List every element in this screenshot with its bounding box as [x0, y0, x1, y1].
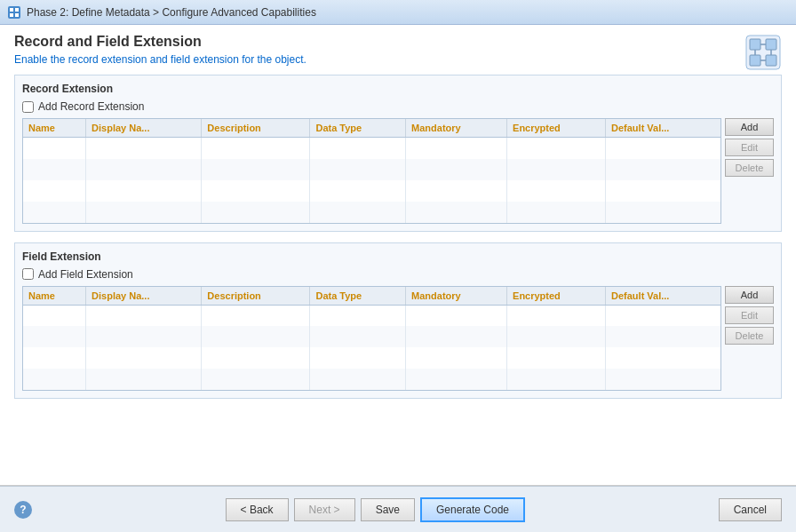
add-field-extension-row: Add Field Extension [22, 268, 774, 281]
add-record-extension-checkbox[interactable] [22, 101, 34, 113]
field-side-buttons: Add Edit Delete [725, 286, 774, 345]
field-extension-table: Name Display Na... Description Data Type… [23, 287, 720, 391]
record-col-datatype: Data Type [310, 119, 406, 138]
generate-code-button[interactable]: Generate Code [420, 497, 525, 522]
add-field-extension-label: Add Field Extension [38, 268, 133, 281]
field-extension-title: Field Extension [22, 250, 774, 263]
table-row [23, 202, 720, 223]
back-button[interactable]: < Back [226, 498, 289, 521]
header-area: Record and Field Extension Enable the re… [14, 34, 782, 66]
record-extension-title: Record Extension [22, 83, 774, 95]
record-add-button[interactable]: Add [725, 118, 774, 136]
svg-rect-7 [766, 39, 776, 50]
record-side-buttons: Add Edit Delete [725, 118, 774, 177]
record-table-wrapper: Name Display Na... Description Data Type… [22, 118, 721, 224]
svg-rect-1 [10, 8, 13, 12]
svg-rect-9 [766, 55, 776, 66]
svg-rect-4 [15, 13, 19, 17]
help-button[interactable]: ? [14, 501, 32, 519]
field-col-encrypted: Encrypted [507, 287, 606, 306]
field-col-name: Name [23, 287, 86, 306]
footer-left: ? [14, 501, 32, 519]
title-bar: Phase 2: Define Metadata > Configure Adv… [0, 0, 796, 25]
phase-icon [7, 5, 21, 20]
field-add-button[interactable]: Add [725, 286, 774, 304]
save-button[interactable]: Save [361, 498, 415, 521]
svg-rect-6 [750, 39, 760, 50]
table-row [23, 326, 720, 347]
record-col-default: Default Val... [606, 119, 720, 138]
svg-rect-8 [750, 55, 760, 66]
page-title: Record and Field Extension [14, 34, 782, 50]
record-delete-button[interactable]: Delete [725, 159, 774, 177]
field-table-header: Name Display Na... Description Data Type… [23, 287, 720, 306]
record-table-area: Name Display Na... Description Data Type… [22, 118, 774, 224]
header-icon-area [744, 34, 782, 74]
footer-right: Cancel [719, 498, 782, 521]
table-row [23, 305, 720, 326]
footer: ? < Back Next > Save Generate Code Cance… [0, 486, 796, 532]
svg-rect-2 [15, 8, 19, 12]
add-record-extension-label: Add Record Extension [38, 100, 144, 113]
record-col-desc: Description [202, 119, 310, 138]
table-row [23, 369, 720, 390]
table-row [23, 159, 720, 180]
field-table-wrapper: Name Display Na... Description Data Type… [22, 286, 721, 392]
main-content: Record and Field Extension Enable the re… [0, 25, 796, 486]
next-button[interactable]: Next > [294, 498, 355, 521]
record-extension-section: Record Extension Add Record Extension Na… [14, 75, 782, 232]
field-col-mandatory: Mandatory [406, 287, 507, 306]
field-edit-button[interactable]: Edit [725, 306, 774, 324]
field-delete-button[interactable]: Delete [725, 327, 774, 345]
footer-buttons: < Back Next > Save Generate Code [226, 497, 525, 522]
record-extension-table: Name Display Na... Description Data Type… [23, 119, 720, 223]
field-col-desc: Description [202, 287, 310, 306]
record-col-encrypted: Encrypted [507, 119, 606, 138]
record-col-mandatory: Mandatory [406, 119, 507, 138]
field-extension-section: Field Extension Add Field Extension Name… [14, 242, 782, 400]
field-table-area: Name Display Na... Description Data Type… [22, 286, 774, 392]
add-record-extension-row: Add Record Extension [22, 100, 774, 113]
field-col-default: Default Val... [606, 287, 720, 306]
add-field-extension-checkbox[interactable] [22, 268, 34, 280]
record-col-name: Name [23, 119, 86, 138]
extension-icon [744, 34, 782, 71]
table-row [23, 347, 720, 369]
table-row [23, 138, 720, 159]
field-col-datatype: Data Type [310, 287, 406, 306]
record-table-header: Name Display Na... Description Data Type… [23, 119, 720, 138]
record-edit-button[interactable]: Edit [725, 139, 774, 156]
record-col-display: Display Na... [86, 119, 202, 138]
table-row [23, 180, 720, 202]
cancel-button[interactable]: Cancel [719, 498, 782, 521]
svg-rect-3 [10, 13, 13, 17]
field-col-display: Display Na... [86, 287, 202, 306]
title-bar-text: Phase 2: Define Metadata > Configure Adv… [27, 6, 316, 19]
page-subtitle: Enable the record extension and field ex… [14, 53, 782, 66]
